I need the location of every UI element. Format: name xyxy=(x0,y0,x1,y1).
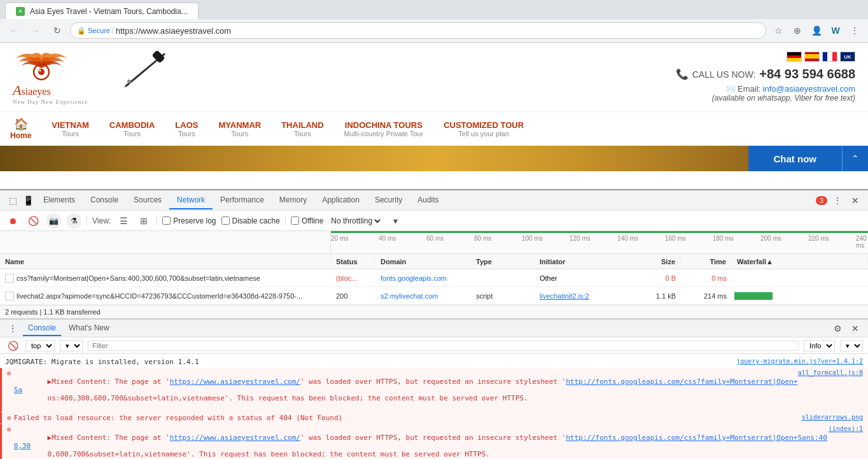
camera-button[interactable]: 📷 xyxy=(46,213,61,229)
nav-indochina[interactable]: INDOCHINA TOURS Multi-country Private To… xyxy=(334,118,434,140)
td-status-1: (bloc... xyxy=(331,274,375,282)
console-tab-whatsnew[interactable]: What's New xyxy=(64,321,115,336)
preserve-log-label[interactable]: Preserve log xyxy=(162,216,216,225)
console-line-error-2: ⊗ ▶Mixed Content: The page at 'https://w… xyxy=(0,424,868,459)
nav-vietnam-label: VIETNAM xyxy=(52,120,89,130)
nav-home[interactable]: 🏠 Home xyxy=(0,115,41,143)
clear-button[interactable]: 🚫 xyxy=(25,213,41,229)
tab-security[interactable]: Security xyxy=(367,192,410,209)
preserve-log-checkbox[interactable] xyxy=(162,216,171,225)
console-settings-button[interactable]: ⚙ xyxy=(830,321,845,336)
nav-vietnam[interactable]: VIETNAM Tours xyxy=(41,118,99,140)
devtools-tab-bar: ⬚ 📱 Elements Console Sources Network Per… xyxy=(0,190,868,211)
nav-indochina-label: INDOCHINA TOURS xyxy=(344,120,424,130)
menu-button[interactable]: ⋮ xyxy=(846,22,863,39)
nav-cambodia-label: CAMBODIA xyxy=(109,120,155,130)
table-row-2[interactable]: livechat2.aspx?apimode=sync&HCCID=472367… xyxy=(0,287,868,305)
browser-tab[interactable]: A Asia Eyes Travel - Vietnam Tours, Camb… xyxy=(5,3,199,19)
url-bar[interactable]: 🔒 Secure | https://www.asiaeyestravel.co… xyxy=(70,22,766,39)
url-display: https://www.asiaeyestravel.com xyxy=(116,26,231,36)
table-row[interactable]: css?family=Montserrat|Open+Sans:400,300,… xyxy=(0,269,868,287)
tab-network[interactable]: Network xyxy=(169,192,213,209)
nav-cambodia[interactable]: CAMBODIA Tours xyxy=(99,118,165,140)
grid-view-button[interactable]: ⊞ xyxy=(136,213,151,229)
console-close-button[interactable]: ✕ xyxy=(848,321,863,336)
tick-220: 220 ms xyxy=(808,235,829,242)
filter-button[interactable]: ⚗ xyxy=(66,213,81,229)
td-time-1: 0 ms xyxy=(681,274,732,282)
tab-sources[interactable]: Sources xyxy=(126,192,169,209)
disable-cache-label[interactable]: Disable cache xyxy=(221,216,280,225)
reload-button[interactable]: ↻ xyxy=(48,22,66,39)
logo-area: Asiaeyes New Day New Experience xyxy=(13,49,88,105)
console-line-error-404: ⊗ Failed to load resource: the server re… xyxy=(0,413,868,424)
console-source-error-1[interactable]: all_formcall.js:8 xyxy=(798,369,863,376)
nav-customized[interactable]: CUSTOMIZED TOUR Tell us your plan xyxy=(433,118,534,140)
context-select[interactable]: top xyxy=(25,340,55,351)
tab-performance[interactable]: Performance xyxy=(213,192,272,209)
tab-application[interactable]: Application xyxy=(314,192,367,209)
nav-thailand[interactable]: THAILAND Tours xyxy=(271,118,333,140)
level-select[interactable]: Info xyxy=(804,340,835,351)
tab-elements[interactable]: Elements xyxy=(36,192,83,209)
error-link-1[interactable]: https://www.asiaeyestravel.com/ xyxy=(170,378,300,386)
console-source-jqmigrate[interactable]: jquery-migrate.min.js?ver=1.4.1:2 xyxy=(736,358,863,365)
console-menu-button[interactable]: ⋮ xyxy=(5,321,20,336)
console-filter-input[interactable] xyxy=(88,341,799,351)
wordpress-button[interactable]: W xyxy=(827,22,844,39)
offline-checkbox[interactable] xyxy=(291,216,299,225)
devtools-inspect-button[interactable]: ⬚ xyxy=(5,193,20,208)
tick-60: 60 ms xyxy=(426,235,444,242)
tab-memory[interactable]: Memory xyxy=(272,192,314,209)
error-link-4[interactable]: http://fonts.googleapis.com/css?family=M… xyxy=(14,434,827,450)
record-button[interactable]: ⏺ xyxy=(5,213,20,229)
nav-laos[interactable]: LAOS Tours xyxy=(165,118,208,140)
profile-button[interactable]: 👤 xyxy=(808,22,825,39)
email-link[interactable]: info@asiaeyestravel.com xyxy=(763,84,855,94)
email-line: ✉️ Email: info@asiaeyestravel.com xyxy=(676,84,855,94)
flag-gb[interactable]: UK xyxy=(840,52,855,62)
console-clear-button[interactable]: 🚫 xyxy=(5,338,20,353)
timeline-ruler: 20 ms 40 ms 60 ms 80 ms 100 ms 120 ms 14… xyxy=(331,231,868,253)
svg-point-2 xyxy=(39,70,41,72)
context-dropdown[interactable]: ▾ xyxy=(60,340,83,351)
timeline-green-bar xyxy=(331,231,868,233)
back-button[interactable]: ← xyxy=(5,22,23,39)
devtools-close-button[interactable]: ✕ xyxy=(848,193,863,208)
chat-collapse-button[interactable]: ⌃ xyxy=(842,146,868,171)
tab-console[interactable]: Console xyxy=(83,192,126,209)
console-source-404[interactable]: sliderarrows.png xyxy=(802,414,863,421)
row-checkbox-1[interactable] xyxy=(5,274,14,283)
throttle-select[interactable]: No throttling xyxy=(328,216,382,226)
waterfall-bar-2 xyxy=(734,292,773,300)
row-checkbox-2[interactable] xyxy=(5,292,14,300)
tab-audits[interactable]: Audits xyxy=(410,192,446,209)
disable-cache-checkbox[interactable] xyxy=(221,216,230,225)
extension-button[interactable]: ⊕ xyxy=(789,22,806,39)
bookmark-button[interactable]: ☆ xyxy=(770,22,787,39)
nav-customized-label: CUSTOMIZED TOUR xyxy=(444,120,524,130)
chat-now-button[interactable]: Chat now xyxy=(748,146,843,171)
forward-button[interactable]: → xyxy=(27,22,45,39)
flag-es[interactable] xyxy=(804,52,820,62)
console-source-error-2[interactable]: (index):1 xyxy=(829,425,863,432)
level-dropdown[interactable]: ▾ xyxy=(840,340,863,351)
nav-myanmar[interactable]: MYANMAR Tours xyxy=(208,118,271,140)
console-tab-console[interactable]: Console xyxy=(23,321,61,336)
tab-bar: A Asia Eyes Travel - Vietnam Tours, Camb… xyxy=(0,0,868,19)
td-domain-2: s2.mylivechat.com xyxy=(375,292,471,300)
nav-laos-label: LAOS xyxy=(175,120,198,130)
tab-title: Asia Eyes Travel - Vietnam Tours, Cambod… xyxy=(30,7,188,16)
devtools-settings-button[interactable]: ⋮ xyxy=(830,193,845,208)
offline-label[interactable]: Offline xyxy=(291,216,323,225)
list-view-button[interactable]: ☰ xyxy=(116,213,131,229)
flag-fr[interactable] xyxy=(822,52,837,62)
error-link-3[interactable]: https://www.asiaeyestravel.com/ xyxy=(170,434,300,442)
error-link-2[interactable]: http://fonts.googleapis.com/css?family=M… xyxy=(14,378,798,394)
devtools-mobile-button[interactable]: 📱 xyxy=(20,193,36,208)
throttle-down-arrow[interactable]: ▾ xyxy=(388,213,403,229)
tick-80: 80 ms xyxy=(474,235,491,242)
console-line-error-1: ⊗ ▶Mixed Content: The page at 'https://w… xyxy=(0,368,868,413)
td-initiator-2[interactable]: livechatinit2.js:2 xyxy=(535,292,630,300)
flag-de[interactable] xyxy=(787,52,802,62)
